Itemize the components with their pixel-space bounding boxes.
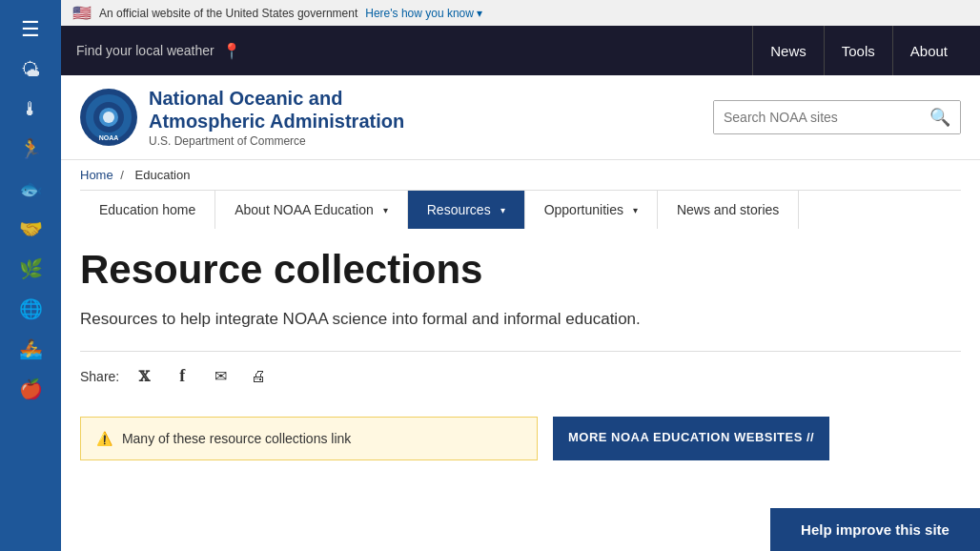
more-noaa-card: MORE NOAA EDUCATION WEBSITES // — [553, 417, 829, 460]
environment-icon: 🌿 — [19, 257, 43, 280]
sidebar-item-marine[interactable]: 🚣 — [0, 330, 61, 370]
how-you-know-link[interactable]: Here's how you know ▾ — [365, 7, 482, 20]
page-content: Resource collections Resources to help i… — [61, 229, 980, 480]
subnav-item-education-home[interactable]: Education home — [80, 191, 215, 229]
warning-card: ⚠️ Many of these resource collections li… — [80, 417, 538, 460]
subnav-label-education-home: Education home — [99, 202, 195, 217]
breadcrumb: Home / Education — [61, 160, 980, 190]
weather-label: Find your local weather — [76, 43, 214, 58]
print-button[interactable]: 🖨 — [245, 363, 272, 390]
noaa-title: National Oceanic and Atmospheric Adminis… — [149, 87, 404, 148]
facebook-icon: f — [179, 366, 185, 386]
subnav-item-news[interactable]: News and stories — [658, 191, 799, 229]
header-nav: News Tools About — [752, 26, 965, 75]
subnav-item-opportunities[interactable]: Opportunities ▾ — [525, 191, 658, 229]
subnav-item-resources[interactable]: Resources ▾ — [408, 191, 525, 229]
more-noaa-title: MORE NOAA EDUCATION WEBSITES // — [568, 430, 814, 444]
email-icon: ✉ — [214, 367, 227, 385]
gov-banner: 🇺🇸 An official website of the United Sta… — [61, 0, 980, 26]
weather-finder[interactable]: Find your local weather 📍 — [76, 42, 241, 60]
us-flag: 🇺🇸 — [72, 4, 92, 22]
dept-name: U.S. Department of Commerce — [149, 134, 404, 148]
svg-point-4 — [103, 112, 114, 123]
weather-icon: 🌤 — [21, 59, 40, 81]
subnav-item-about[interactable]: About NOAA Education ▾ — [215, 191, 408, 229]
warning-text: Many of these resource collections link — [122, 431, 351, 446]
location-pin-icon: 📍 — [222, 42, 241, 60]
sidebar-item-food[interactable]: 🍎 — [0, 370, 61, 410]
gov-banner-text: An official website of the United States… — [99, 7, 357, 20]
org-name-line2: Atmospheric Administration — [149, 111, 404, 132]
subnav-label-resources: Resources — [427, 202, 491, 217]
page-description: Resources to help integrate NOAA science… — [80, 307, 938, 332]
noaa-brand: NOAA National Oceanic and Atmospheric Ad… — [80, 87, 404, 148]
breadcrumb-home-link[interactable]: Home — [80, 168, 113, 182]
sidebar-item-fisheries[interactable]: 🐟 — [0, 170, 61, 210]
subnav-caret-opportunities: ▾ — [633, 205, 638, 215]
bottom-section: ⚠️ Many of these resource collections li… — [80, 417, 961, 460]
subnav-label-news: News and stories — [677, 202, 779, 217]
search-bar[interactable]: 🔍 — [713, 100, 961, 134]
subnav-label-opportunities: Opportunities — [544, 202, 623, 217]
noaa-header: NOAA National Oceanic and Atmospheric Ad… — [61, 75, 980, 160]
sidebar-item-global[interactable]: 🌐 — [0, 290, 61, 330]
twitter-icon: 𝕏 — [138, 368, 150, 385]
subnav-caret-about: ▾ — [383, 205, 388, 215]
sidebar-item-temp[interactable]: 🌡 — [0, 91, 61, 130]
noaa-logo: NOAA — [80, 89, 137, 146]
sidebar-item-environment[interactable]: 🌿 — [0, 250, 61, 290]
subnav: Education home About NOAA Education ▾ Re… — [80, 190, 961, 229]
share-label: Share: — [80, 369, 119, 384]
search-input[interactable] — [714, 101, 920, 133]
subnav-caret-resources: ▾ — [500, 205, 505, 215]
svg-text:NOAA: NOAA — [99, 134, 119, 141]
header-bar: Find your local weather 📍 News Tools Abo… — [61, 26, 980, 75]
share-row: Share: 𝕏 f ✉ 🖨 — [80, 351, 961, 401]
nav-tools-link[interactable]: Tools — [824, 26, 892, 75]
sidebar: ☰ 🌤 🌡 🏃 🐟 🤝 🌿 🌐 🚣 🍎 — [0, 0, 61, 480]
hamburger-menu[interactable]: ☰ — [0, 8, 61, 51]
sidebar-item-weather[interactable]: 🌤 — [0, 51, 61, 91]
search-icon: 🔍 — [929, 108, 950, 127]
fish-icon: 🐟 — [19, 177, 43, 200]
marine-icon: 🚣 — [19, 337, 43, 360]
page-title: Resource collections — [80, 248, 961, 292]
nav-news-link[interactable]: News — [752, 26, 824, 75]
org-name-line1: National Oceanic and — [149, 88, 342, 109]
facebook-share-button[interactable]: f — [169, 363, 195, 390]
sidebar-item-commerce[interactable]: 🤝 — [0, 210, 61, 250]
thermometer-icon: 🌡 — [21, 98, 40, 120]
twitter-share-button[interactable]: 𝕏 — [131, 363, 157, 390]
search-button[interactable]: 🔍 — [920, 101, 960, 133]
warning-icon: ⚠️ — [96, 431, 112, 446]
recreation-icon: 🏃 — [19, 137, 43, 160]
email-share-button[interactable]: ✉ — [207, 363, 234, 390]
globe-icon: 🌐 — [19, 297, 43, 320]
handshake-icon: 🤝 — [19, 217, 43, 240]
breadcrumb-current: Education — [135, 168, 191, 182]
subnav-label-about: About NOAA Education — [235, 202, 374, 217]
food-icon: 🍎 — [19, 378, 43, 400]
nav-about-link[interactable]: About — [892, 26, 965, 75]
sidebar-item-recreation[interactable]: 🏃 — [0, 130, 61, 170]
print-icon: 🖨 — [251, 368, 266, 385]
breadcrumb-separator: / — [120, 168, 127, 182]
